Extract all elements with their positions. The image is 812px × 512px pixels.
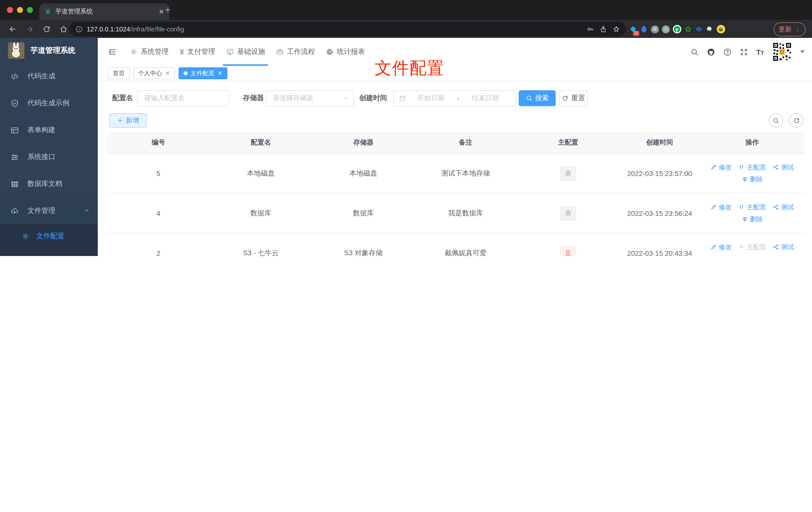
sidebar-subitem-1[interactable]: 文件列表 xyxy=(0,248,98,256)
top-menu-label: 支付管理 xyxy=(187,48,215,56)
dbtable-icon xyxy=(10,180,19,188)
cell-master: 是 xyxy=(517,233,619,256)
top-menu-item-1[interactable]: ¥ 支付管理 xyxy=(174,38,221,66)
tab-close-icon[interactable]: ✕ xyxy=(158,8,164,16)
search-button-label: 搜索 xyxy=(535,94,549,103)
back-button[interactable] xyxy=(8,25,17,33)
edit-link[interactable]: 修改 xyxy=(710,243,732,251)
avatar-dropdown-caret-icon[interactable] xyxy=(800,50,805,53)
share-icon xyxy=(773,204,779,210)
storage-select[interactable]: 请选择存储器 xyxy=(266,90,354,106)
page-content: 配置名 请输入配置名 存储器 请选择存储器 创建时间 开始日期 - 结束日期 xyxy=(98,81,812,256)
config-table: 编号配置名存储器备注主配置创建时间操作 5 本地磁盘 本地磁盘 测试下本地存储 … xyxy=(107,132,805,256)
address-bar[interactable]: 127.0.0.1:1024/infra/file/file-config xyxy=(69,22,626,36)
date-range-picker[interactable]: 开始日期 - 结束日期 xyxy=(394,90,516,106)
master-config-link[interactable]: 主配置 xyxy=(738,203,766,212)
home-button[interactable] xyxy=(59,25,68,33)
test-link[interactable]: 测试 xyxy=(773,163,794,172)
share-icon[interactable] xyxy=(600,25,607,33)
tag-1[interactable]: 个人中心 ✕ xyxy=(133,67,175,79)
extensions-puzzle-icon[interactable] xyxy=(705,25,714,34)
sidebar-logo[interactable]: 芋道管理系统 xyxy=(0,38,98,63)
refresh-table-button[interactable] xyxy=(789,113,804,128)
sidebar-item-label: 代码生成示例 xyxy=(27,99,69,108)
forward-button[interactable] xyxy=(25,25,34,33)
config-name-input[interactable]: 请输入配置名 xyxy=(137,90,229,106)
browser-update-button[interactable]: 更新 ⋮ xyxy=(774,23,806,36)
delete-link[interactable]: 删除 xyxy=(742,254,763,256)
master-config-link[interactable]: 主配置 xyxy=(738,243,766,251)
sidebar-item-4[interactable]: 数据库文档 xyxy=(0,171,98,198)
tag-label: 首页 xyxy=(113,69,125,78)
trash-icon xyxy=(742,256,748,256)
top-menu-item-3[interactable]: 工作流程 xyxy=(270,38,320,66)
top-menu-item-4[interactable]: 统计报表 xyxy=(320,38,370,66)
extension-star-icon[interactable] xyxy=(683,25,692,34)
extension-y-icon[interactable]: y xyxy=(672,25,681,34)
extension-diamond-icon[interactable]: 11 xyxy=(629,25,637,34)
extension-command-icon[interactable]: ⌘ xyxy=(650,25,659,34)
add-button[interactable]: 新增 xyxy=(109,113,147,128)
tag-0[interactable]: 首页 xyxy=(108,67,130,79)
cell-actions: 修改 主配置 测试 删除 xyxy=(700,193,805,233)
cell-id: 5 xyxy=(107,153,209,193)
window-close-button[interactable] xyxy=(7,7,13,13)
sidebar-subitem-0[interactable]: 文件配置 xyxy=(0,224,98,248)
delete-link[interactable]: 删除 xyxy=(742,175,763,184)
yen-icon: ¥ xyxy=(179,48,184,56)
tag-close-icon[interactable]: ✕ xyxy=(218,70,223,77)
sidebar-item-5[interactable]: 文件管理 xyxy=(0,198,98,224)
tag-2[interactable]: 文件配置 ✕ xyxy=(179,67,227,79)
create-time-label: 创建时间 xyxy=(359,94,387,103)
user-avatar[interactable] xyxy=(772,42,792,62)
sidebar-item-3[interactable]: 系统接口 xyxy=(0,144,98,171)
window-zoom-button[interactable] xyxy=(27,7,33,13)
profile-avatar-icon[interactable]: 😀 xyxy=(716,25,725,34)
reset-button[interactable]: 重置 xyxy=(559,90,587,106)
extension-pin-icon[interactable] xyxy=(639,25,648,34)
hide-search-button[interactable] xyxy=(768,113,783,128)
sidebar-item-1[interactable]: 代码生成示例 xyxy=(0,90,98,117)
edit-link[interactable]: 修改 xyxy=(710,203,732,212)
master-config-link[interactable]: 主配置 xyxy=(738,163,766,172)
delete-link[interactable]: 删除 xyxy=(742,215,763,223)
tag-close-icon[interactable]: ✕ xyxy=(165,70,170,77)
fullscreen-icon[interactable] xyxy=(740,48,748,56)
password-key-icon[interactable] xyxy=(586,25,594,33)
briefcase-icon xyxy=(276,48,284,56)
master-badge: 是 xyxy=(560,246,576,256)
filter-form: 配置名 请输入配置名 存储器 请选择存储器 创建时间 开始日期 - 结束日期 xyxy=(107,90,805,106)
sidebar-collapse-button[interactable] xyxy=(108,48,117,56)
edit-link[interactable]: 修改 xyxy=(710,163,732,172)
cell-storage: S3 对象存储 xyxy=(312,233,414,256)
test-link[interactable]: 测试 xyxy=(773,243,794,251)
cell-actions: 修改 主配置 测试 删除 xyxy=(700,153,805,193)
magnifier-icon xyxy=(772,117,779,124)
sidebar-item-2[interactable]: 表单构建 xyxy=(0,117,98,144)
browser-tab[interactable]: 芋道管理系统 ✕ xyxy=(39,3,169,20)
search-button[interactable]: 搜索 xyxy=(519,90,556,106)
reload-button[interactable] xyxy=(42,25,51,33)
extension-dot-icon[interactable] xyxy=(661,25,670,34)
reset-button-label: 重置 xyxy=(571,94,585,103)
share-icon xyxy=(773,244,779,250)
site-info-icon[interactable] xyxy=(75,25,83,33)
browser-menu-dots-icon[interactable]: ⋮ xyxy=(794,26,801,33)
column-header-6: 操作 xyxy=(700,132,805,153)
github-icon[interactable] xyxy=(707,48,715,56)
top-menu-item-2[interactable]: 基础设施 xyxy=(221,38,270,66)
help-icon[interactable] xyxy=(723,48,732,56)
table-header-row: 编号配置名存储器备注主配置创建时间操作 xyxy=(107,132,805,153)
new-tab-button[interactable]: + xyxy=(165,5,171,15)
search-icon[interactable] xyxy=(690,48,699,56)
font-size-icon[interactable]: TT xyxy=(756,48,764,56)
window-minimize-button[interactable] xyxy=(17,7,23,13)
test-link[interactable]: 测试 xyxy=(773,203,794,212)
top-menu-item-0[interactable]: 系统管理 xyxy=(124,38,174,66)
date-start-placeholder: 开始日期 xyxy=(406,94,456,103)
extension-eye-icon[interactable] xyxy=(694,25,703,34)
active-dot-icon xyxy=(183,71,187,75)
bookmark-star-icon[interactable] xyxy=(612,25,620,33)
sidebar-item-0[interactable]: 代码生成 xyxy=(0,63,98,90)
sidebar-item-label: 表单构建 xyxy=(27,126,55,134)
